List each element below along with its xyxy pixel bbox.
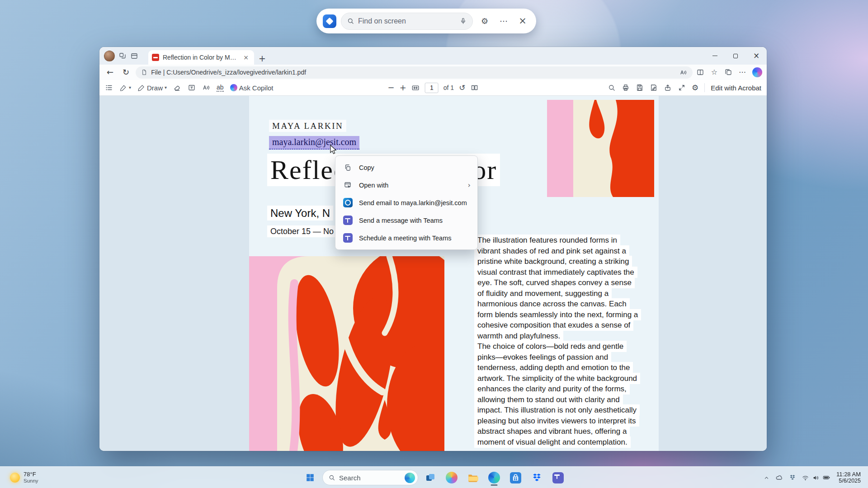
dropbox-icon bbox=[531, 472, 542, 483]
fullscreen-icon[interactable] bbox=[678, 84, 686, 92]
weather-condition: Sunny bbox=[24, 478, 38, 484]
mic-icon[interactable] bbox=[459, 17, 467, 25]
onedrive-tray-button[interactable] bbox=[773, 470, 786, 485]
pen-tool-button[interactable]: ▾ bbox=[119, 84, 131, 92]
read-aloud-icon[interactable] bbox=[679, 69, 687, 76]
chevron-up-icon bbox=[763, 474, 770, 481]
tab-actions-icon[interactable] bbox=[130, 52, 138, 60]
rotate-button[interactable]: ↺ bbox=[459, 84, 465, 92]
teams-icon bbox=[552, 472, 564, 483]
toc-button[interactable] bbox=[105, 84, 113, 92]
browser-more-button[interactable]: ⋯ bbox=[736, 66, 749, 79]
print-icon[interactable] bbox=[622, 84, 630, 92]
page-view-icon[interactable] bbox=[470, 84, 478, 92]
menu-item-open-with[interactable]: Open with › bbox=[338, 176, 475, 194]
zoom-out-button[interactable]: − bbox=[388, 84, 395, 92]
eraser-icon[interactable] bbox=[173, 84, 181, 92]
text-tool-icon[interactable] bbox=[188, 84, 196, 92]
minimize-button[interactable] bbox=[704, 47, 725, 65]
doc-paragraph-2: The choice of colors—bold reds and gentl… bbox=[474, 341, 640, 447]
toolbar-divider bbox=[704, 83, 705, 92]
taskbar: 78°F Sunny Search bbox=[0, 466, 868, 488]
collections-icon[interactable] bbox=[724, 68, 732, 76]
search-icon bbox=[328, 474, 335, 481]
teams-icon bbox=[343, 233, 353, 243]
copilot-icon[interactable] bbox=[752, 67, 762, 77]
menu-item-copy[interactable]: Copy bbox=[338, 159, 475, 176]
doc-author: MAYA LARKIN bbox=[269, 121, 346, 131]
page-number-input[interactable] bbox=[425, 83, 439, 93]
doc-paragraph-1: The illustration features rounded forms … bbox=[474, 235, 640, 341]
refresh-button[interactable]: ↻ bbox=[120, 67, 132, 77]
edit-with-acrobat-button[interactable]: Edit with Acrobat bbox=[711, 84, 761, 92]
browser-tab[interactable]: Reflection in Color by Maya Larkin × bbox=[148, 50, 254, 65]
battery-icon bbox=[822, 474, 830, 482]
network-volume-battery-group[interactable] bbox=[799, 470, 833, 485]
chevron-down-icon: ▾ bbox=[129, 85, 131, 90]
menu-item-send-email[interactable]: Send email to maya.larkin@jesit.com bbox=[338, 194, 475, 211]
pen-icon bbox=[119, 84, 127, 92]
clock[interactable]: 11:28 AM 5/6/2025 bbox=[834, 471, 864, 485]
weather-widget[interactable]: 78°F Sunny bbox=[6, 467, 42, 488]
settings-icon[interactable]: ⚙ bbox=[477, 14, 492, 28]
edge-taskbar-button[interactable] bbox=[485, 469, 503, 487]
menu-item-teams-message[interactable]: Send a message with Teams bbox=[338, 211, 475, 229]
volume-icon bbox=[812, 474, 820, 482]
start-button[interactable] bbox=[301, 469, 319, 487]
wifi-icon bbox=[802, 474, 809, 482]
file-explorer-button[interactable] bbox=[464, 469, 482, 487]
weather-temperature: 78°F bbox=[24, 471, 38, 478]
new-tab-button[interactable]: + bbox=[254, 52, 270, 65]
save-as-icon[interactable] bbox=[650, 84, 658, 92]
ask-copilot-button[interactable]: Ask Copilot bbox=[230, 84, 274, 92]
profile-avatar[interactable] bbox=[104, 51, 115, 61]
tray-chevron-button[interactable] bbox=[761, 470, 772, 485]
maximize-button[interactable] bbox=[725, 47, 746, 65]
close-window-button[interactable]: × bbox=[746, 47, 767, 65]
dropbox-tray-button[interactable] bbox=[787, 470, 798, 485]
fit-width-icon[interactable] bbox=[411, 84, 420, 92]
close-find-button[interactable]: × bbox=[515, 14, 530, 28]
draw-label: Draw bbox=[147, 84, 163, 92]
doc-email-link[interactable]: maya.larkin@jesit.com bbox=[269, 136, 359, 150]
doc-dates: October 15 — No bbox=[267, 227, 337, 236]
chevron-down-icon: ▾ bbox=[165, 85, 167, 90]
favorites-star-icon[interactable]: ☆ bbox=[708, 66, 721, 79]
system-tray: 11:28 AM 5/6/2025 bbox=[761, 467, 864, 488]
tab-close-button[interactable]: × bbox=[241, 53, 250, 61]
active-app-indicator bbox=[491, 484, 498, 486]
teams-taskbar-button[interactable] bbox=[549, 469, 567, 487]
draw-pen-icon bbox=[137, 84, 145, 92]
task-view-icon bbox=[425, 472, 436, 483]
find-search-field[interactable] bbox=[341, 13, 473, 30]
bing-icon bbox=[405, 473, 415, 483]
dropbox-button[interactable] bbox=[528, 469, 546, 487]
pdf-search-icon[interactable] bbox=[608, 84, 616, 92]
document-icon bbox=[141, 69, 147, 75]
zoom-in-button[interactable]: + bbox=[400, 84, 406, 92]
more-options-button[interactable]: ⋯ bbox=[496, 14, 511, 28]
pdf-settings-gear-icon[interactable]: ⚙ bbox=[692, 84, 698, 92]
pdf-content-area: MAYA LARKIN maya.larkin@jesit.com Reflec… bbox=[99, 96, 767, 451]
workspaces-icon[interactable] bbox=[118, 52, 127, 60]
copilot-taskbar-button[interactable] bbox=[443, 469, 461, 487]
find-search-input[interactable] bbox=[358, 17, 456, 25]
save-icon[interactable] bbox=[636, 84, 644, 92]
dropbox-icon bbox=[789, 474, 796, 481]
split-screen-icon[interactable] bbox=[696, 68, 704, 76]
draw-button[interactable]: Draw ▾ bbox=[137, 84, 167, 92]
edge-window: Reflection in Color by Maya Larkin × + ×… bbox=[99, 47, 767, 451]
menu-item-teams-meeting[interactable]: Schedule a meeting with Teams bbox=[338, 229, 475, 247]
back-button[interactable]: ← bbox=[104, 67, 116, 77]
store-button[interactable] bbox=[506, 469, 524, 487]
task-view-button[interactable] bbox=[421, 469, 439, 487]
url-field[interactable]: File | C:Users/Onedrive/s_izza/lovegived… bbox=[136, 66, 693, 79]
taskbar-search[interactable]: Search bbox=[322, 470, 418, 485]
read-aloud-pdf-icon[interactable] bbox=[202, 84, 210, 92]
copilot-mini-icon bbox=[230, 84, 237, 91]
share-icon[interactable] bbox=[664, 84, 672, 92]
spellcheck-button[interactable]: ab bbox=[217, 84, 224, 92]
copilot-icon bbox=[446, 472, 458, 483]
doc-location: New York, N bbox=[267, 207, 333, 220]
url-text: File | C:Users/Onedrive/s_izza/lovegived… bbox=[151, 69, 676, 76]
